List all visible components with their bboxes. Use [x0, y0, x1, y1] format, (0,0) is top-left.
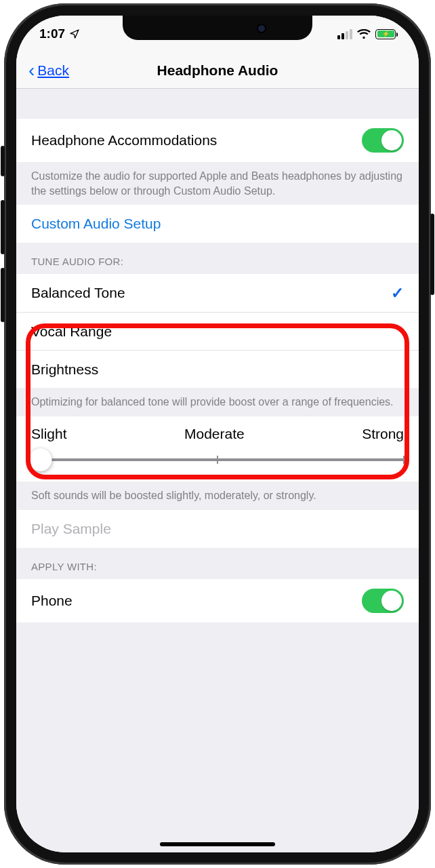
settings-content: Headphone Accommodations Customize the a…	[16, 89, 419, 852]
slider-thumb[interactable]	[29, 448, 52, 471]
cellular-icon	[337, 29, 352, 39]
slider-label-moderate: Moderate	[184, 426, 245, 442]
device-notch	[123, 16, 312, 40]
row-label: Play Sample	[31, 521, 111, 537]
page-title: Headphone Audio	[16, 62, 419, 79]
slider-label-slight: Slight	[31, 426, 67, 442]
slider-footer: Soft sounds will be boosted slightly, mo…	[16, 481, 419, 510]
row-label: Brightness	[31, 361, 98, 378]
battery-icon	[375, 29, 396, 39]
tune-option-vocal-range[interactable]: Vocal Range	[16, 312, 419, 350]
row-label: Vocal Range	[31, 323, 112, 340]
status-time: 1:07	[39, 26, 65, 41]
row-label: Custom Audio Setup	[31, 216, 161, 232]
apply-phone-toggle[interactable]	[362, 589, 404, 613]
tune-option-brightness[interactable]: Brightness	[16, 350, 419, 388]
headphone-accommodations-toggle[interactable]	[362, 128, 404, 153]
boost-slider-group: Slight Moderate Strong	[16, 416, 419, 481]
play-sample-row[interactable]: Play Sample	[16, 510, 419, 548]
slider-label-strong: Strong	[362, 426, 404, 442]
home-indicator[interactable]	[160, 842, 275, 846]
tune-footer: Optimizing for balanced tone will provid…	[16, 388, 419, 416]
row-label: Headphone Accommodations	[31, 132, 217, 149]
headphone-accommodations-row[interactable]: Headphone Accommodations	[16, 119, 419, 162]
row-label: Balanced Tone	[31, 285, 125, 301]
apply-phone-row[interactable]: Phone	[16, 579, 419, 623]
location-icon	[69, 28, 80, 39]
tune-option-balanced-tone[interactable]: Balanced Tone ✓	[16, 274, 419, 312]
boost-slider[interactable]	[31, 452, 404, 468]
checkmark-icon: ✓	[391, 284, 404, 302]
tune-header: Tune Audio For:	[16, 243, 419, 274]
custom-audio-setup-row[interactable]: Custom Audio Setup	[16, 205, 419, 243]
wifi-icon	[357, 29, 371, 39]
tune-options-group: Balanced Tone ✓ Vocal Range Brightness	[16, 274, 419, 388]
apply-with-header: Apply With:	[16, 548, 419, 579]
row-label: Phone	[31, 593, 72, 609]
nav-bar: ‹ Back Headphone Audio	[16, 52, 419, 89]
accommodations-footer: Customize the audio for supported Apple …	[16, 162, 419, 205]
